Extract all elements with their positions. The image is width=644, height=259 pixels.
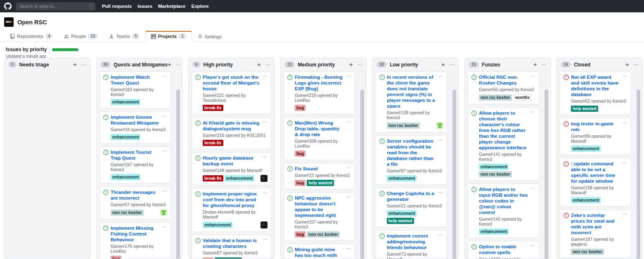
issue-card[interactable]: Implement Tourist Trap Quest⋯Game#197 op…	[99, 146, 171, 184]
issue-label[interactable]: enhancement	[387, 175, 417, 181]
issue-label[interactable]: non rsc kosher	[111, 210, 144, 216]
issue-label[interactable]: enhancement	[479, 228, 509, 235]
add-card-button[interactable]: +	[625, 62, 629, 67]
issue-title[interactable]: Player's get stuck on the second floor o…	[203, 74, 260, 92]
card-menu-button[interactable]: ⋯	[263, 120, 268, 124]
card-menu-button[interactable]: ⋯	[530, 244, 535, 247]
issue-card[interactable]: In recent versions of the client the gam…	[376, 71, 447, 132]
tab-settings[interactable]: Settings	[192, 31, 228, 42]
column-scrollbar[interactable]	[452, 89, 456, 259]
card-menu-button[interactable]: ⋯	[263, 74, 268, 78]
issue-title[interactable]: Allow players to choose their character'…	[479, 110, 528, 151]
tab-repositories[interactable]: Repositories4	[4, 31, 58, 42]
issue-card[interactable]: Implement Gnome Restaurant Minigame⋯Game…	[99, 111, 171, 144]
issue-label[interactable]: help wanted	[307, 180, 334, 186]
issue-title[interactable]: Thrander messages are incorrect	[111, 189, 160, 201]
tab-teams[interactable]: Teams5	[103, 31, 145, 42]
card-menu-button[interactable]: ⋯	[623, 212, 627, 216]
issue-title[interactable]: Implement Missing Fishing Contest Behavi…	[111, 225, 160, 243]
add-card-button[interactable]: +	[533, 62, 537, 67]
issue-title[interactable]: Change Captcha to a generator	[387, 191, 436, 202]
issue-title[interactable]: Implement Watch Tower Quest	[111, 74, 160, 86]
issue-title[interactable]: Man(Men) Wrong Drop table, quantity & dr…	[295, 120, 344, 137]
nav-marketplace[interactable]: Marketplace	[158, 4, 185, 9]
card-menu-button[interactable]: ⋯	[263, 155, 268, 159]
card-menu-button[interactable]: ⋯	[438, 233, 443, 237]
card-menu-button[interactable]: ⋯	[623, 74, 627, 78]
add-card-button[interactable]: +	[349, 62, 353, 67]
nav-pull-requests[interactable]: Pull requests	[102, 4, 132, 9]
org-name[interactable]: Open RSC	[17, 19, 47, 26]
issue-card[interactable]: NPC aggressive behaviour doesn't appear …	[284, 192, 355, 241]
issue-label[interactable]: break-fix	[203, 105, 223, 111]
issue-title[interactable]: ::update command able to be set a specif…	[571, 161, 620, 184]
issue-card[interactable]: Allow players to choose their character'…	[468, 107, 539, 181]
column-menu-button[interactable]: ⋯	[449, 63, 455, 66]
card-menu-button[interactable]: ⋯	[162, 74, 167, 78]
column-menu-button[interactable]: ⋯	[633, 63, 639, 66]
issue-title[interactable]: Official RSC non-Kosher Changes	[479, 74, 528, 86]
issue-card[interactable]: Implement Missing Fishing Contest Behavi…	[99, 222, 171, 259]
project-title[interactable]: Issues by priority	[6, 47, 47, 52]
issue-card[interactable]: ::update command able to be set a specif…	[560, 158, 631, 207]
github-logo-icon[interactable]	[4, 2, 12, 10]
issue-card[interactable]: Implement proper nginx conf from dev int…	[192, 188, 271, 232]
card-menu-button[interactable]: ⋯	[263, 191, 268, 195]
card-menu-button[interactable]: ⋯	[162, 114, 167, 118]
card-menu-button[interactable]: ⋯	[162, 149, 167, 153]
issue-label[interactable]: non rsc kosher	[571, 249, 604, 255]
issue-title[interactable]: Al Kharid gate is missing dialogue/syste…	[203, 120, 260, 132]
search-input[interactable]	[19, 4, 89, 9]
card-menu-button[interactable]: ⋯	[438, 138, 443, 142]
issue-label[interactable]: non rsc kosher	[387, 122, 420, 129]
assignee-avatar[interactable]	[260, 175, 268, 182]
issue-label[interactable]: enhancement	[571, 197, 601, 203]
card-menu-button[interactable]: ⋯	[346, 166, 351, 170]
add-card-button[interactable]: +	[73, 62, 77, 67]
card-menu-button[interactable]: ⋯	[346, 247, 351, 250]
issue-card[interactable]: Fix Sound⋯Game#22 opened by Kenix3bughel…	[284, 163, 355, 189]
column-menu-button[interactable]: ⋯	[81, 63, 86, 66]
issue-label[interactable]: help wanted	[571, 106, 598, 112]
issue-label[interactable]: non rsc kosher	[479, 94, 512, 101]
issue-label[interactable]: enhancement	[111, 99, 140, 105]
issue-title[interactable]: Not all EXP award and skill events have …	[571, 74, 620, 97]
card-menu-button[interactable]: ⋯	[162, 225, 167, 229]
issue-label[interactable]: non rsc kosher	[307, 231, 340, 238]
issue-card[interactable]: Hourly game database backup event⋯Game#1…	[192, 152, 271, 185]
issue-title[interactable]: In recent versions of the client the gam…	[387, 74, 436, 109]
issue-label[interactable]: wontfix	[513, 94, 532, 101]
issue-card[interactable]: Implement correct adding/removing friend…	[376, 230, 447, 259]
column-scrollbar[interactable]	[637, 89, 640, 259]
issue-title[interactable]: Fix Sound	[295, 166, 344, 172]
add-card-button[interactable]: +	[441, 62, 445, 67]
issue-label[interactable]: enhancement	[387, 210, 417, 217]
issue-label[interactable]: help wanted	[215, 257, 242, 259]
column-scrollbar[interactable]	[545, 89, 548, 259]
card-menu-button[interactable]: ⋯	[346, 195, 351, 199]
issue-title[interactable]: Validate that a human is creating charac…	[203, 238, 260, 249]
card-menu-button[interactable]: ⋯	[530, 186, 535, 190]
issue-card[interactable]: Al Kharid gate is missing dialogue/syste…	[192, 117, 271, 149]
card-menu-button[interactable]: ⋯	[623, 121, 627, 125]
issue-label[interactable]: enhancement	[571, 146, 601, 152]
tab-projects[interactable]: Projects1	[145, 31, 192, 42]
issue-card[interactable]: bug tester in-game role⋯Game#89 opened b…	[560, 118, 631, 155]
issue-title[interactable]: Implement correct adding/removing friend…	[387, 233, 436, 250]
card-menu-button[interactable]: ⋯	[530, 110, 535, 114]
issue-title[interactable]: Server configuration variables should be…	[387, 138, 436, 167]
header-search[interactable]: /	[16, 2, 95, 10]
org-avatar[interactable]	[4, 17, 14, 27]
issue-card[interactable]: Option to enable custom spells⋯Game#122 …	[468, 241, 539, 259]
issue-card[interactable]: Implement Watch Tower Quest⋯Game#183 ope…	[99, 71, 171, 108]
issue-card[interactable]: Thrander messages are incorrect⋯Game#57 …	[99, 186, 171, 219]
column-menu-button[interactable]: ⋯	[357, 63, 362, 66]
assignee-avatar[interactable]	[436, 122, 443, 129]
tab-people[interactable]: People10	[58, 31, 103, 42]
issue-title[interactable]: Firemaking - Burning Logs gives incorrec…	[295, 74, 344, 92]
issue-card[interactable]: Zeke's scimitar prices for steel and mit…	[560, 210, 631, 258]
issue-card[interactable]: Allow players to input RGB and/or hex co…	[468, 184, 539, 238]
nav-explore[interactable]: Explore	[192, 4, 209, 9]
issue-card[interactable]: Server configuration variables should be…	[376, 135, 447, 185]
issue-label[interactable]: bug	[203, 257, 213, 259]
